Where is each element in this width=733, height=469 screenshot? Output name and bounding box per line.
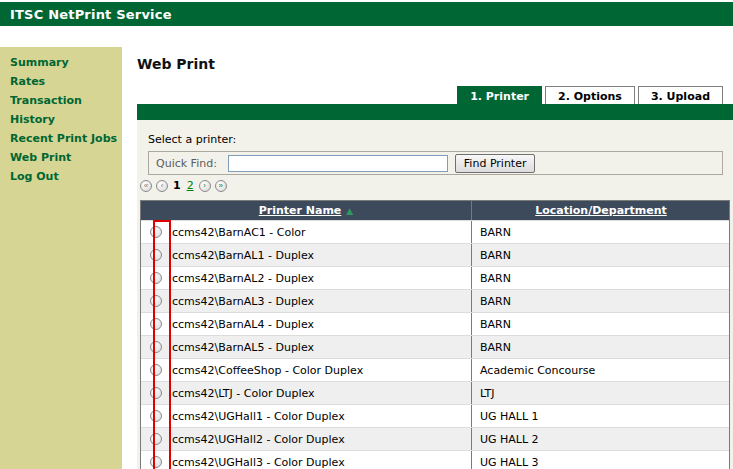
printer-select-panel: Select a printer: Quick Find: Find Print…: [137, 120, 733, 469]
last-page-icon[interactable]: »: [215, 180, 227, 192]
sidebar-item-summary[interactable]: Summary: [0, 53, 122, 72]
tab-options[interactable]: 2. Options: [545, 86, 635, 104]
printer-radio[interactable]: [150, 364, 162, 376]
table-row: ccms42\LTJ - Color Duplex LTJ: [141, 381, 729, 404]
printer-name-cell: ccms42\BarnAL5 - Duplex: [171, 336, 471, 358]
location-sort-link[interactable]: Location/Department: [535, 204, 667, 217]
printer-location-cell: BARN: [471, 267, 730, 289]
sidebar-item-recent-print-jobs[interactable]: Recent Print Jobs: [0, 129, 122, 148]
printer-radio-cell: [141, 290, 171, 312]
printer-radio[interactable]: [150, 387, 162, 399]
printer-location-cell: BARN: [471, 336, 730, 358]
next-page-icon[interactable]: ›: [199, 180, 211, 192]
printer-radio-cell: [141, 405, 171, 427]
sidebar-item-transaction-history[interactable]: Transaction History: [0, 91, 122, 129]
wizard-tabs: 1. Printer 2. Options 3. Upload: [457, 86, 723, 104]
printer-radio-cell: [141, 451, 171, 469]
page-2-link[interactable]: 2: [187, 179, 194, 192]
printer-radio[interactable]: [150, 410, 162, 422]
printer-radio-cell: [141, 336, 171, 358]
printer-location-cell: UG HALL 2: [471, 428, 730, 450]
netprint-page: ITSC NetPrint Service Summary Rates Tran…: [0, 0, 733, 469]
printer-name-cell: ccms42\BarnAL2 - Duplex: [171, 267, 471, 289]
printer-name-cell: ccms42\UGHall1 - Color Duplex: [171, 405, 471, 427]
printer-name-cell: ccms42\UGHall3 - Color Duplex: [171, 451, 471, 469]
printer-radio-cell: [141, 221, 171, 243]
table-row: ccms42\BarnAL1 - Duplex BARN: [141, 243, 729, 266]
printer-radio[interactable]: [150, 249, 162, 261]
printer-radio[interactable]: [150, 272, 162, 284]
printer-location-cell: BARN: [471, 244, 730, 266]
printer-radio[interactable]: [150, 433, 162, 445]
table-row: ccms42\UGHall3 - Color Duplex UG HALL 3: [141, 450, 729, 469]
table-row: ccms42\BarnAL5 - Duplex BARN: [141, 335, 729, 358]
sort-asc-icon: ▲: [346, 206, 353, 216]
prev-page-icon[interactable]: ‹: [156, 180, 168, 192]
printer-radio[interactable]: [150, 341, 162, 353]
app-header: ITSC NetPrint Service: [0, 2, 733, 26]
printer-radio-cell: [141, 382, 171, 404]
printer-name-cell: ccms42\CoffeeShop - Color Duplex: [171, 359, 471, 381]
table-row: ccms42\UGHall1 - Color Duplex UG HALL 1: [141, 404, 729, 427]
quick-find-input[interactable]: [228, 155, 448, 172]
printer-location-cell: UG HALL 1: [471, 405, 730, 427]
location-column-header: Location/Department: [471, 201, 730, 220]
printer-radio[interactable]: [150, 318, 162, 330]
printer-name-cell: ccms42\LTJ - Color Duplex: [171, 382, 471, 404]
table-row: ccms42\CoffeeShop - Color Duplex Academi…: [141, 358, 729, 381]
printer-name-column-header: Printer Name ▲: [141, 201, 471, 220]
table-row: ccms42\BarnAL2 - Duplex BARN: [141, 266, 729, 289]
tab-upload[interactable]: 3. Upload: [638, 86, 723, 104]
printer-table: Printer Name ▲ Location/Department ccms4…: [140, 200, 730, 469]
sidebar-item-web-print[interactable]: Web Print: [0, 148, 122, 167]
table-body: ccms42\BarnAC1 - Color BARN ccms42\BarnA…: [141, 220, 729, 469]
app-title: ITSC NetPrint Service: [0, 7, 172, 22]
printer-location-cell: BARN: [471, 290, 730, 312]
printer-radio[interactable]: [150, 226, 162, 238]
printer-radio-cell: [141, 428, 171, 450]
printer-radio-cell: [141, 244, 171, 266]
printer-location-cell: BARN: [471, 313, 730, 335]
select-printer-label: Select a printer:: [148, 133, 236, 146]
find-printer-button[interactable]: Find Printer: [455, 154, 536, 173]
table-row: ccms42\BarnAL4 - Duplex BARN: [141, 312, 729, 335]
sidebar: Summary Rates Transaction History Recent…: [0, 47, 122, 469]
printer-name-cell: ccms42\BarnAC1 - Color: [171, 221, 471, 243]
printer-table-header: Printer Name ▲ Location/Department: [141, 201, 729, 220]
printer-name-cell: ccms42\BarnAL3 - Duplex: [171, 290, 471, 312]
printer-location-cell: LTJ: [471, 382, 730, 404]
printer-name-cell: ccms42\BarnAL1 - Duplex: [171, 244, 471, 266]
page-title: Web Print: [137, 56, 215, 72]
printer-location-cell: BARN: [471, 221, 730, 243]
pagination: « ‹ 1 2 › »: [140, 179, 227, 192]
sidebar-item-log-out[interactable]: Log Out: [0, 167, 122, 186]
first-page-icon[interactable]: «: [140, 180, 152, 192]
printer-radio-cell: [141, 267, 171, 289]
printer-location-cell: UG HALL 3: [471, 451, 730, 469]
table-row: ccms42\BarnAL3 - Duplex BARN: [141, 289, 729, 312]
printer-name-cell: ccms42\BarnAL4 - Duplex: [171, 313, 471, 335]
quick-find-box: Quick Find: Find Printer: [148, 151, 723, 175]
sidebar-item-rates[interactable]: Rates: [0, 72, 122, 91]
printer-radio-cell: [141, 359, 171, 381]
printer-radio[interactable]: [150, 295, 162, 307]
tab-printer[interactable]: 1. Printer: [457, 86, 542, 104]
current-page-number: 1: [173, 179, 181, 192]
printer-radio-cell: [141, 313, 171, 335]
printer-radio[interactable]: [150, 456, 162, 468]
table-row: ccms42\UGHall2 - Color Duplex UG HALL 2: [141, 427, 729, 450]
quick-find-label: Quick Find:: [156, 157, 217, 170]
table-row: ccms42\BarnAC1 - Color BARN: [141, 220, 729, 243]
green-divider-bar: [137, 104, 733, 120]
printer-name-sort-link[interactable]: Printer Name: [259, 204, 342, 217]
printer-name-cell: ccms42\UGHall2 - Color Duplex: [171, 428, 471, 450]
printer-location-cell: Academic Concourse: [471, 359, 730, 381]
